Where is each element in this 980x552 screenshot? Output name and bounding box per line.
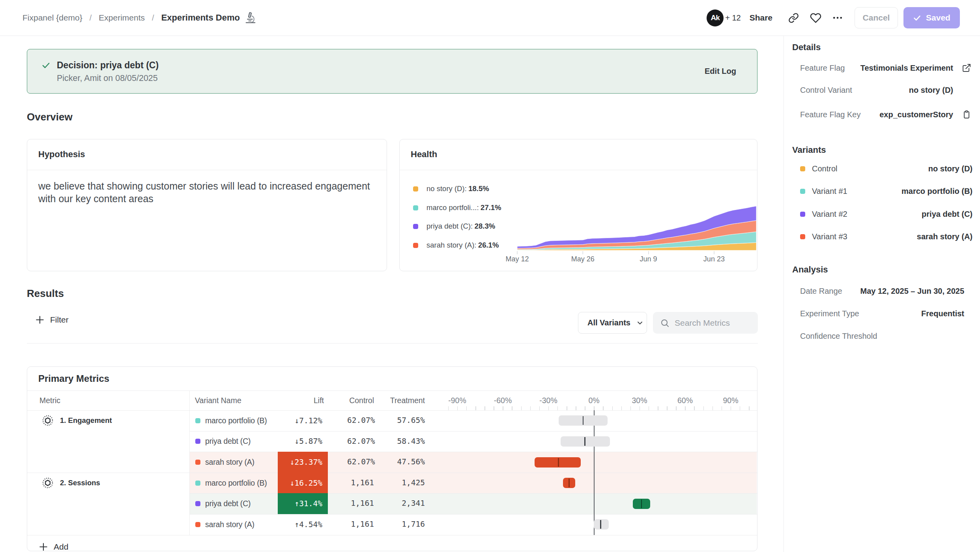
axis-tick — [494, 406, 494, 410]
control-value: 62.07% — [347, 431, 374, 452]
detail-label: Control Variant — [800, 86, 852, 95]
axis-tick — [576, 406, 576, 410]
analysis-value: Frequentist — [921, 309, 964, 318]
confidence-interval-bar[interactable] — [594, 519, 609, 529]
table-row-variant[interactable]: priya debt (C) — [195, 493, 251, 514]
breadcrumb-experiments[interactable]: Experiments — [99, 13, 145, 23]
search-input[interactable] — [675, 318, 754, 328]
detail-row-feature-flag: Feature Flag Testimonials Experiment — [800, 62, 971, 73]
table-row-variant[interactable]: sarah story (A) — [195, 514, 254, 535]
confidence-interval-bar[interactable] — [561, 436, 610, 447]
metric-icon — [42, 415, 53, 426]
results-divider — [27, 343, 758, 344]
confidence-interval-bar[interactable] — [633, 499, 650, 509]
variant-name: marco portfolio (B) — [205, 479, 267, 488]
legend-value: 28.3% — [475, 222, 495, 231]
analysis-label: Date Range — [800, 287, 842, 296]
variant-swatch-teal — [800, 189, 805, 194]
decision-banner: Decision: priya debt (C) Picker, Amit on… — [27, 49, 757, 94]
variant-name: marco portfolio (B) — [205, 416, 267, 425]
variant-swatch-purple — [800, 212, 805, 217]
saved-button[interactable]: Saved — [903, 7, 960, 28]
cancel-button[interactable]: Cancel — [855, 7, 898, 28]
lift-value: ↓5.87% — [295, 437, 328, 446]
lift-cell: ↓5.87% — [278, 431, 328, 452]
confidence-interval-bar[interactable] — [535, 457, 581, 468]
col-header-lift: Lift — [311, 391, 324, 410]
metric-group[interactable]: 2. Sessions — [42, 473, 100, 494]
treatment-value: 2,341 — [389, 493, 425, 514]
confidence-interval-bar[interactable] — [563, 478, 575, 488]
page-title: Experiments Demo — [161, 13, 240, 23]
variant-swatch — [195, 522, 200, 527]
hypothesis-text[interactable]: we believe that showing customer stories… — [38, 180, 378, 205]
detail-value: exp_customerStory — [879, 110, 953, 119]
confidence-interval-bar[interactable] — [559, 415, 608, 426]
edit-log-button[interactable]: Edit Log — [705, 67, 736, 76]
row-divider — [190, 431, 757, 432]
lift-estimate-tick — [584, 437, 585, 446]
microscope-icon — [245, 12, 256, 24]
avatar[interactable]: Ak — [707, 9, 724, 26]
lift-value: ↓7.12% — [295, 416, 328, 425]
row-divider — [190, 514, 757, 514]
variants-dropdown[interactable]: All Variants — [578, 312, 647, 334]
analysis-value: May 12, 2025 – Jun 30, 2025 — [860, 287, 964, 296]
legend-value: 27.1% — [481, 203, 501, 212]
legend-swatch-purple — [413, 224, 418, 229]
table-row-variant[interactable]: priya debt (C) — [195, 431, 251, 452]
legend-item: priya debt (C): 28.3% — [413, 222, 495, 231]
legend-item: sarah story (A): 26.1% — [413, 241, 499, 250]
metric-icon — [42, 477, 53, 488]
axis-tick — [685, 406, 686, 410]
detail-value[interactable]: Testimonials Experiment — [860, 64, 953, 73]
legend-value: 18.5% — [468, 184, 489, 193]
health-card: Health no story (D): 18.5% marco portfol… — [399, 139, 757, 271]
legend-name: marco portfoli...: — [426, 203, 479, 212]
experiments-page: Fixpanel {demo} / Experiments / Experime… — [0, 0, 980, 552]
favorite-heart-icon[interactable] — [809, 11, 822, 24]
breadcrumb: Fixpanel {demo} / Experiments / Experime… — [22, 0, 256, 36]
variant-value: no story (D) — [928, 164, 973, 173]
lift-value: ↑4.54% — [295, 520, 328, 529]
variant-value: sarah story (A) — [917, 232, 973, 241]
lift-estimate-tick — [583, 416, 584, 425]
variant-label: Variant #2 — [812, 210, 847, 219]
share-button[interactable]: Share — [750, 13, 772, 23]
filter-button-label: Filter — [50, 315, 69, 325]
table-row-variant[interactable]: sarah story (A) — [195, 452, 254, 473]
table-row-variant[interactable]: marco portfolio (B) — [195, 410, 267, 431]
copy-link-icon[interactable] — [787, 11, 800, 24]
analysis-row-confidence-threshold: Confidence Threshold — [800, 330, 964, 342]
overview-heading: Overview — [27, 111, 73, 123]
add-filter-button[interactable]: Filter — [35, 315, 69, 325]
decision-title: Decision: priya debt (C) — [57, 60, 159, 71]
axis-tick — [630, 406, 631, 410]
lift-estimate-tick — [600, 520, 601, 529]
primary-metrics-card: Primary Metrics Metric Variant Name Lift… — [27, 366, 757, 551]
add-metric-button[interactable]: Add — [38, 538, 68, 551]
legend-name: sarah story (A): — [426, 241, 476, 250]
variant-value: priya debt (C) — [922, 210, 973, 219]
analysis-row-date-range: Date Range May 12, 2025 – Jun 30, 2025 — [800, 285, 964, 297]
more-options-icon[interactable] — [831, 11, 844, 24]
topbar: Fixpanel {demo} / Experiments / Experime… — [0, 0, 980, 36]
hypothesis-card-header: Hypothesis — [27, 139, 387, 170]
copy-icon[interactable] — [962, 110, 971, 119]
metric-group[interactable]: 1. Engagement — [42, 410, 112, 431]
breadcrumb-project[interactable]: Fixpanel {demo} — [22, 13, 82, 23]
legend-value: 26.1% — [478, 241, 499, 250]
table-row-variant[interactable]: marco portfolio (B) — [195, 473, 267, 494]
legend-swatch-teal — [413, 205, 418, 210]
breadcrumb-separator: / — [152, 13, 154, 23]
column-divider — [189, 391, 190, 535]
detail-label: Feature Flag Key — [800, 110, 860, 119]
axis-tick — [731, 406, 731, 410]
axis-tick — [667, 406, 668, 410]
external-link-icon[interactable] — [962, 63, 971, 73]
legend-name: no story (D): — [426, 184, 467, 193]
collaborators-count[interactable]: + 12 — [725, 13, 741, 23]
lift-cell: ↓16.25% — [278, 473, 328, 494]
control-value: 1,161 — [347, 473, 374, 494]
analysis-row-experiment-type: Experiment Type Frequentist — [800, 308, 964, 319]
